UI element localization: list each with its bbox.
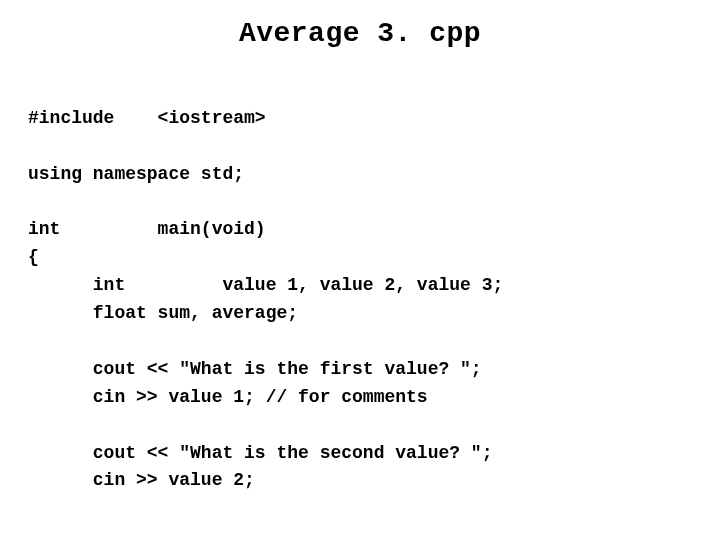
code-line: using namespace std; bbox=[28, 164, 244, 184]
code-block: #include <iostream> using namespace std;… bbox=[28, 77, 692, 495]
code-line: cin >> value 1; // for comments bbox=[28, 387, 428, 407]
code-line: cin >> value 2; bbox=[28, 470, 255, 490]
code-line: { bbox=[28, 247, 39, 267]
code-line: int value 1, value 2, value 3; bbox=[28, 275, 503, 295]
code-line: int main(void) bbox=[28, 219, 266, 239]
slide-title: Average 3. cpp bbox=[28, 18, 692, 49]
code-line: cout << "What is the second value? "; bbox=[28, 443, 492, 463]
code-line: float sum, average; bbox=[28, 303, 298, 323]
slide-page: Average 3. cpp #include <iostream> using… bbox=[0, 0, 720, 540]
code-line: cout << "What is the first value? "; bbox=[28, 359, 482, 379]
code-line: #include <iostream> bbox=[28, 108, 266, 128]
